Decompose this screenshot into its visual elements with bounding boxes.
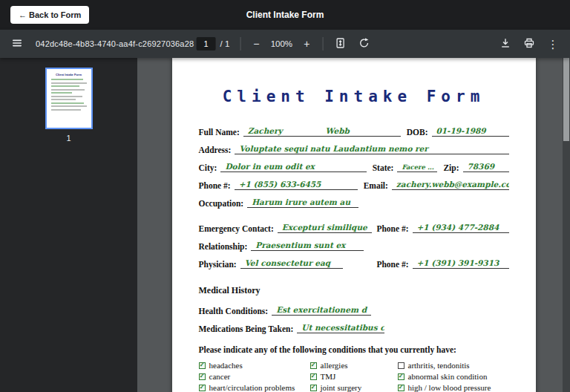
form-title: Client Intake Form [199, 88, 509, 105]
toolbar-separator [322, 37, 323, 50]
conditions-grid: ✓headaches✓cancer✓heart/circulation prob… [199, 361, 509, 392]
rotate-button[interactable] [354, 34, 373, 53]
condition-item: ✓headaches [199, 361, 310, 370]
zoom-in-button[interactable]: + [298, 36, 315, 52]
phone-label: Phone #: [199, 181, 235, 190]
checkbox-checked-icon: ✓ [199, 385, 206, 391]
scrollbar[interactable] [563, 58, 570, 392]
thumbnail-page-number: 1 [66, 134, 71, 143]
toolbar-left: 042dc48e-4b83-4740-aa4f-c26927036a28 [7, 34, 194, 53]
zip-value: 78369 [463, 162, 509, 172]
health-conditions-label: Health Conditions: [199, 307, 272, 316]
dob-value: 01-19-1989 [432, 126, 509, 137]
conditions-prompt: Please indicate any of the following con… [199, 345, 509, 354]
address-label: Address: [199, 146, 235, 154]
conditions-column-1: ✓headaches✓cancer✓heart/circulation prob… [199, 361, 310, 392]
app-window: ← Back to Form Client Intake Form 042dc4… [0, 0, 570, 392]
thumbnail-line [51, 109, 81, 111]
condition-label: high / low blood pressure [408, 383, 491, 392]
city-label: City: [199, 163, 221, 172]
address-value: Voluptate sequi natu Laudantium nemo rer [235, 144, 508, 154]
state-value: Facere ... [397, 163, 437, 172]
thumbnail-line [51, 99, 76, 100]
condition-item: ✓cancer [199, 372, 310, 381]
medications-label: Medications Being Taken: [199, 324, 298, 333]
pdf-page: Client Intake Form Full Name: Zachery We… [172, 58, 536, 392]
city-value: Dolor in eum odit ex [220, 162, 366, 172]
medical-history-heading: Medical History [199, 285, 509, 296]
occupation-value: Harum irure autem au [247, 197, 358, 208]
condition-label: joint surgery [321, 383, 362, 392]
viewer-body: Client Intake Form 1 Client Intake Form … [0, 58, 570, 392]
pdf-canvas: Client Intake Form Full Name: Zachery We… [137, 58, 570, 392]
checkbox-checked-icon: ✓ [398, 385, 404, 391]
checkbox-unchecked-icon [398, 362, 404, 369]
condition-label: cancer [209, 372, 231, 381]
physician-row: Physician: Vel consectetur eaq Phone #: … [199, 258, 509, 269]
toolbar-right: ⋮ [496, 34, 563, 53]
emergency-contact-label: Emergency Contact: [199, 224, 278, 233]
download-icon [499, 37, 511, 51]
condition-label: abnormal skin condition [408, 372, 488, 381]
thumbnail-line [51, 102, 84, 104]
state-label: State: [367, 163, 398, 172]
medications-value: Ut necessitatibus co [297, 323, 384, 333]
back-to-form-button[interactable]: ← Back to Form [10, 6, 89, 24]
thumbnail-line [51, 89, 85, 91]
physician-label: Physician: [199, 260, 240, 269]
phone-value: +1 (855) 633-6455 [235, 180, 358, 190]
rotate-icon [358, 37, 370, 51]
download-button[interactable] [496, 34, 515, 53]
health-conditions-value: Est exercitationem d [272, 305, 371, 316]
kebab-menu-icon: ⋮ [548, 39, 559, 50]
thumbnail-line [51, 85, 79, 87]
health-conditions-row: Health Conditions: Est exercitationem d [199, 305, 509, 316]
condition-item: arthritis, tendonitis [398, 361, 509, 370]
occupation-label: Occupation: [199, 199, 248, 208]
full-name-row: Full Name: Zachery Webb DOB: 01-19-1989 [199, 126, 509, 137]
scrollbar-thumb[interactable] [563, 58, 569, 141]
address-row: Address: Voluptate sequi natu Laudantium… [199, 144, 509, 154]
zip-label: Zip: [437, 163, 462, 172]
thumbnail-line [51, 82, 87, 84]
emergency-phone-label: Phone #: [376, 224, 412, 233]
checkbox-checked-icon: ✓ [310, 385, 317, 391]
email-value: zachery.webb@example.com [392, 180, 509, 190]
thumbnail-line [51, 105, 87, 107]
thumbnail-title: Client Intake Form [51, 73, 87, 76]
condition-label: allergies [321, 361, 348, 370]
emergency-contact-value: Excepturi similique [278, 223, 372, 233]
more-options-button[interactable]: ⋮ [543, 34, 563, 53]
physician-phone-value: +1 (391) 391-9313 [413, 258, 509, 269]
emergency-phone-value: +1 (934) 477-2884 [413, 223, 509, 233]
condition-label: headaches [209, 361, 243, 370]
thumbnail-line [51, 92, 73, 94]
top-app-bar: ← Back to Form Client Intake Form [0, 0, 570, 30]
fit-page-button[interactable] [330, 34, 350, 53]
toolbar-separator [240, 37, 240, 50]
condition-label: arthritis, tendonitis [408, 361, 470, 370]
fit-page-icon [334, 37, 346, 51]
checkbox-checked-icon: ✓ [310, 373, 317, 380]
relationship-label: Relationship: [199, 242, 252, 251]
condition-item: ✓high / low blood pressure [398, 383, 509, 392]
sidebar-menu-button[interactable] [7, 34, 27, 53]
pdf-toolbar: 042dc48e-4b83-4740-aa4f-c26927036a28 / 1… [0, 30, 570, 58]
full-name-label: Full Name: [199, 128, 243, 137]
checkbox-checked-icon: ✓ [310, 362, 317, 369]
toolbar-center: / 1 − 100% + [197, 34, 374, 53]
relationship-row: Relationship: Praesentium sunt ex [199, 241, 509, 251]
checkbox-checked-icon: ✓ [398, 373, 404, 380]
medications-row: Medications Being Taken: Ut necessitatib… [199, 323, 509, 333]
page-number-input[interactable] [197, 37, 216, 50]
page-1-thumbnail[interactable]: Client Intake Form [45, 68, 93, 129]
physician-phone-label: Phone #: [376, 260, 412, 269]
condition-item: ✓joint surgery [310, 383, 398, 392]
print-button[interactable] [520, 34, 539, 53]
condition-item: ✓TMJ [310, 372, 398, 381]
document-id: 042dc48e-4b83-4740-aa4f-c26927036a28 [36, 39, 194, 48]
city-state-zip-row: City: Dolor in eum odit ex State: Facere… [199, 162, 509, 172]
zoom-out-button[interactable]: − [248, 36, 264, 52]
occupation-row: Occupation: Harum irure autem au [199, 197, 509, 208]
dob-label: DOB: [401, 128, 432, 137]
